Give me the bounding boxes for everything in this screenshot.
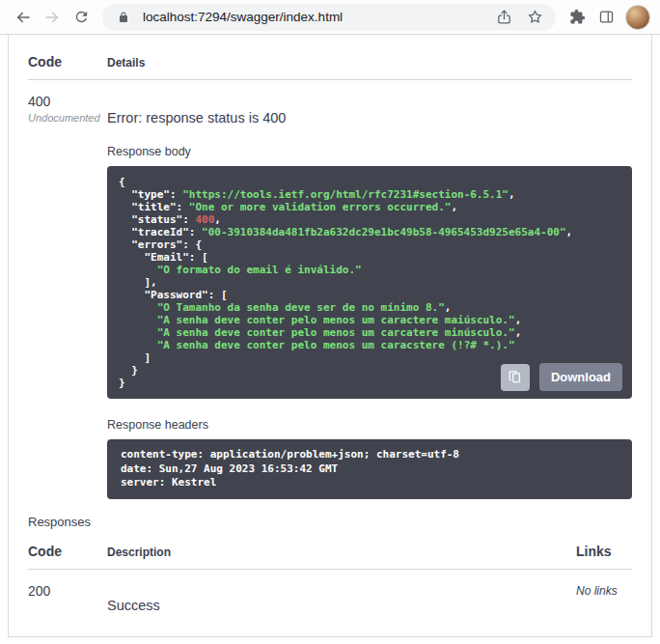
status-code: 400 (28, 94, 107, 109)
code-line: "O formato do email é inválido." (119, 264, 620, 276)
code-actions: Download (501, 363, 622, 391)
lock-icon (112, 6, 135, 29)
status-code-cell: 200 (28, 583, 107, 613)
response-description-cell: Success (107, 583, 576, 613)
response-row-400: 400 Undocumented Error: response status … (28, 80, 632, 499)
response-headers-block: content-type: application/problem+json; … (107, 439, 632, 499)
code-line: "title": "One or more validation errors … (119, 201, 620, 213)
status-code-cell: 400 Undocumented (28, 94, 107, 499)
status-code: 200 (28, 583, 107, 599)
header-line: date: Sun,27 Aug 2023 16:53:42 GMT (121, 462, 619, 477)
code-line: "errors": { (119, 238, 620, 251)
download-button[interactable]: Download (539, 363, 622, 391)
code-column-header: Code (28, 54, 107, 70)
response-body-code: { "type": "https://tools.ietf.org/html/r… (119, 176, 620, 389)
responses-table-header: Code Description Links (28, 529, 632, 570)
links-column-header: Links (576, 544, 632, 559)
code-line: "type": "https://tools.ietf.org/html/rfc… (119, 188, 620, 201)
code-line: "traceId": "00-3910384da481fb2a632dc29e1… (119, 226, 620, 238)
code-line: "A senha deve conter pelo menos um carca… (119, 326, 620, 339)
no-links-label: No links (576, 583, 632, 613)
code-column-header: Code (28, 544, 107, 559)
back-button[interactable] (10, 4, 37, 31)
copy-button[interactable] (501, 364, 530, 391)
forward-button[interactable] (39, 4, 66, 31)
description-column-header: Description (107, 544, 576, 559)
response-details-cell: Error: response status is 400 Response b… (107, 94, 632, 499)
bookmark-star-icon[interactable] (523, 6, 546, 29)
response-body-label: Response body (107, 145, 632, 158)
code-line: "status": 400, (119, 213, 620, 226)
responses-section-title: Responses (28, 515, 632, 529)
code-line: ], (119, 276, 620, 289)
browser-toolbar: localhost:7294/swagger/index.html (0, 0, 660, 35)
reload-button[interactable] (68, 4, 95, 31)
forward-arrow-icon (43, 9, 61, 26)
code-line: "Password": [ (119, 289, 620, 301)
code-line: "A senha deve conter pelo menos um carac… (119, 339, 620, 351)
extensions-icon[interactable] (564, 4, 591, 31)
header-line: content-type: application/problem+json; … (121, 448, 619, 462)
undocumented-label: Undocumented (28, 112, 107, 124)
code-line: "A senha deve conter pelo menos um carac… (119, 314, 620, 326)
code-line: "O Tamanho da senha deve ser de no mínim… (119, 301, 620, 314)
response-row-200: 200 Success No links (28, 570, 632, 613)
share-icon[interactable] (492, 6, 515, 29)
code-line: { (119, 176, 620, 188)
error-message: Error: response status is 400 (107, 110, 632, 126)
swagger-response-panel: Code Details 400 Undocumented Error: res… (8, 35, 652, 637)
url-text: localhost:7294/swagger/index.html (143, 10, 484, 24)
response-body-block: { "type": "https://tools.ietf.org/html/r… (107, 166, 632, 399)
response-table-header: Code Details (28, 35, 632, 80)
side-panel-icon[interactable] (592, 4, 619, 31)
header-line: server: Kestrel (121, 476, 619, 490)
reload-icon (73, 9, 90, 25)
profile-avatar[interactable] (625, 5, 650, 30)
response-description: Success (107, 598, 576, 613)
details-column-header: Details (107, 54, 632, 70)
back-arrow-icon (14, 9, 32, 26)
clipboard-icon (508, 370, 522, 384)
response-headers-label: Response headers (107, 418, 632, 432)
address-bar[interactable]: localhost:7294/swagger/index.html (102, 4, 556, 31)
code-line: "Email": [ (119, 251, 620, 264)
response-headers-code: content-type: application/problem+json; … (121, 448, 619, 490)
